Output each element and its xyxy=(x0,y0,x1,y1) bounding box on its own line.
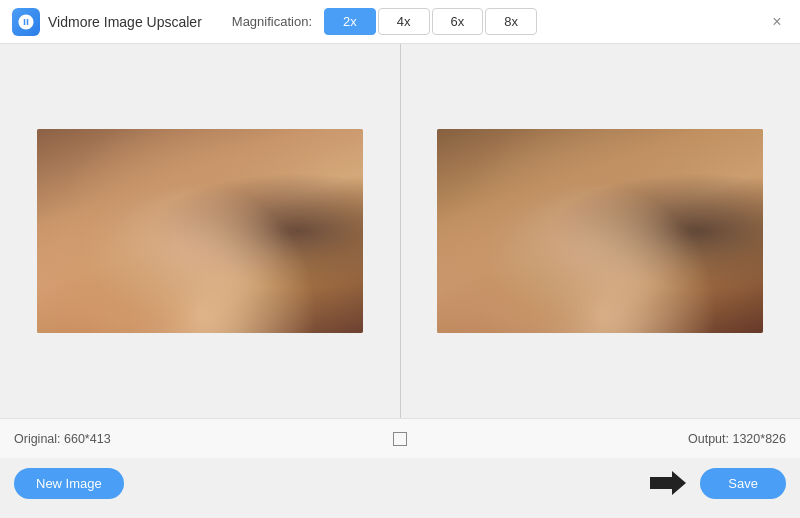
output-image-panel xyxy=(401,44,801,418)
mag-6x-button[interactable]: 6x xyxy=(432,8,484,35)
magnification-label: Magnification: xyxy=(232,14,312,29)
save-button[interactable]: Save xyxy=(700,468,786,499)
bottombar: New Image Save xyxy=(0,458,800,508)
output-image xyxy=(437,129,763,333)
svg-marker-0 xyxy=(650,471,686,495)
export-arrow-icon xyxy=(650,471,686,495)
statusbar: Original: 660*413 Output: 1320*826 xyxy=(0,418,800,458)
mag-2x-button[interactable]: 2x xyxy=(324,8,376,35)
titlebar: Vidmore Image Upscaler Magnification: 2x… xyxy=(0,0,800,44)
center-square-icon xyxy=(393,432,407,446)
original-photo xyxy=(37,129,363,333)
app-icon xyxy=(12,8,40,36)
app-logo-icon xyxy=(17,13,35,31)
magnification-buttons: 2x 4x 6x 8x xyxy=(324,8,537,35)
mag-8x-button[interactable]: 8x xyxy=(485,8,537,35)
close-button[interactable]: × xyxy=(768,13,786,31)
right-actions: Save xyxy=(650,468,786,499)
app-title: Vidmore Image Upscaler xyxy=(48,14,202,30)
output-photo xyxy=(437,129,763,333)
output-size-label: Output: 1320*826 xyxy=(688,432,786,446)
original-image xyxy=(37,129,363,333)
mag-4x-button[interactable]: 4x xyxy=(378,8,430,35)
original-image-panel xyxy=(0,44,400,418)
new-image-button[interactable]: New Image xyxy=(14,468,124,499)
main-content xyxy=(0,44,800,418)
original-size-label: Original: 660*413 xyxy=(14,432,111,446)
arrow-right-icon xyxy=(650,471,686,495)
